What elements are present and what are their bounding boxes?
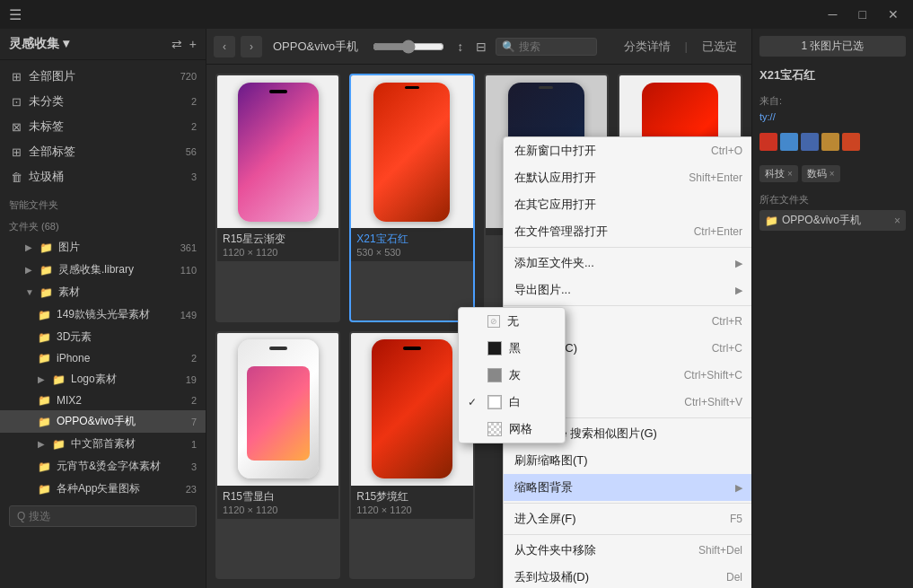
close-button[interactable]: ✕ bbox=[882, 5, 904, 23]
rp-folder-close[interactable]: × bbox=[894, 215, 900, 227]
sidebar-all-tags-label: 全部标签 bbox=[29, 144, 180, 160]
sidebar-item-unclassified[interactable]: ⊡ 未分类 2 bbox=[0, 89, 206, 114]
classify-detail-button[interactable]: 分类详情 bbox=[617, 37, 678, 57]
rp-selected-section: 1 张图片已选 bbox=[759, 36, 906, 57]
color-swatch-orange[interactable] bbox=[821, 133, 839, 151]
sidebar-tree-item-lens[interactable]: 📁 149款镜头光晕素材 149 bbox=[0, 303, 206, 326]
sidebar-unclassified-label: 未分类 bbox=[29, 93, 186, 110]
menu-icon[interactable]: ☰ bbox=[9, 6, 22, 23]
cm-trash[interactable]: 丢到垃圾桶(D) Del bbox=[504, 564, 751, 588]
grid-item-name-x21-red: X21宝石红 bbox=[356, 232, 467, 247]
phone-r15-white-shape bbox=[238, 339, 319, 478]
cm-refresh-thumbnail[interactable]: 刷新缩略图(T) bbox=[504, 447, 751, 474]
cm-separator-2 bbox=[504, 305, 751, 306]
rp-folder-value[interactable]: 📁 OPPO&vivo手机 × bbox=[759, 210, 906, 231]
grid-item-info-r15-white: R15雪显白 1120 × 1120 bbox=[217, 486, 338, 519]
titlebar-right: ─ □ ✕ bbox=[823, 5, 904, 23]
none-icon: ⊘ bbox=[487, 315, 500, 328]
sync-icon[interactable]: ⇄ bbox=[171, 37, 182, 51]
cm-fullscreen[interactable]: 进入全屏(F) F5 bbox=[504, 505, 751, 532]
nav-next-button[interactable]: › bbox=[241, 36, 262, 57]
path-label: OPPO&vivo手机 bbox=[268, 39, 364, 55]
sidebar-tree-item-3d[interactable]: 📁 3D元素 bbox=[0, 326, 206, 348]
sidebar-tree-item-mix2[interactable]: 📁 MIX2 2 bbox=[0, 391, 206, 410]
cm-open-other-app[interactable]: 在其它应用打开 bbox=[504, 191, 751, 218]
maximize-button[interactable]: □ bbox=[854, 5, 872, 23]
minimize-button[interactable]: ─ bbox=[823, 5, 843, 23]
sidebar-item-untagged[interactable]: ⊠ 未标签 2 bbox=[0, 114, 206, 139]
folder-icon-mix2: 📁 bbox=[38, 394, 51, 407]
cm-thumbnail-bg[interactable]: 缩略图背景 ▶ bbox=[504, 474, 751, 501]
sidebar-tree-item-library[interactable]: ▶ 📁 灵感收集.library 110 bbox=[0, 259, 206, 281]
sidebar-all-tags-count: 56 bbox=[186, 146, 197, 157]
folder-icon-library: 📁 bbox=[40, 264, 53, 276]
sidebar-item-all-images[interactable]: ⊞ 全部图片 720 bbox=[0, 64, 206, 89]
sm-item-grid[interactable]: 网格 bbox=[459, 416, 565, 443]
cm-arrow-folder: ▶ bbox=[735, 258, 742, 269]
zoom-slider[interactable] bbox=[373, 39, 444, 54]
sidebar-item-all-tags[interactable]: ⊞ 全部标签 56 bbox=[0, 139, 206, 164]
search-input[interactable] bbox=[519, 40, 591, 53]
sm-item-none[interactable]: ⊘ 无 bbox=[459, 308, 565, 335]
sidebar-tree-item-app-icons[interactable]: 📁 各种App矢量图标 23 bbox=[0, 478, 206, 500]
color-swatches bbox=[759, 133, 906, 151]
selected-button[interactable]: 已选定 bbox=[695, 37, 744, 57]
grid-item-r15-blue[interactable]: R15星云渐变 1120 × 1120 bbox=[215, 74, 340, 322]
grid-item-info-r15-red2: R15梦境红 1120 × 1120 bbox=[351, 486, 472, 519]
tree-arrow-images: ▶ bbox=[25, 242, 36, 252]
main-layout: 灵感收集 ▾ ⇄ + ⊞ 全部图片 720 ⊡ 未分类 2 ⊠ 未标签 2 bbox=[0, 29, 913, 588]
filter-button[interactable]: ⊟ bbox=[472, 39, 490, 54]
grid-item-r15-white[interactable]: R15雪显白 1120 × 1120 bbox=[215, 331, 340, 580]
cm-open-default-app[interactable]: 在默认应用打开 Shift+Enter bbox=[504, 164, 751, 191]
cm-open-new-window[interactable]: 在新窗口中打开 Ctrl+O bbox=[504, 137, 751, 164]
sidebar-title[interactable]: 灵感收集 ▾ bbox=[9, 36, 69, 52]
tree-arrow-material: ▼ bbox=[25, 287, 36, 297]
sort-button[interactable]: ↕ bbox=[453, 39, 467, 54]
color-swatch-blue[interactable] bbox=[780, 133, 798, 151]
cm-separator-5 bbox=[504, 534, 751, 535]
sm-item-black[interactable]: 黑 bbox=[459, 335, 565, 362]
gray-bg-icon bbox=[487, 368, 502, 382]
rp-url-value: ty:// bbox=[759, 111, 906, 122]
sidebar-search-input[interactable] bbox=[9, 505, 197, 527]
sidebar-header-icons: ⇄ + bbox=[171, 37, 197, 51]
grid-item-r15-red2[interactable]: R15梦境红 1120 × 1120 bbox=[349, 331, 474, 580]
rp-tag-digital-close[interactable]: × bbox=[830, 169, 835, 179]
rp-selected-badge: 1 张图片已选 bbox=[759, 36, 906, 57]
rp-tag-tech-close[interactable]: × bbox=[787, 169, 793, 179]
color-swatch-red[interactable] bbox=[759, 133, 777, 151]
cm-export-image[interactable]: 导出图片... ▶ bbox=[504, 276, 751, 303]
sidebar-item-trash[interactable]: 🗑 垃圾桶 3 bbox=[0, 164, 206, 189]
sidebar-tree-item-lantern[interactable]: 📁 元宵节&烫金字体素材 3 bbox=[0, 455, 206, 478]
add-icon[interactable]: + bbox=[189, 37, 197, 51]
phone-r15-blue-shape bbox=[238, 83, 319, 222]
rp-tag-tech[interactable]: 科技 × bbox=[759, 165, 798, 182]
grid-item-x21-red[interactable]: X21宝石红 530 × 530 bbox=[349, 74, 474, 322]
cm-remove-from-folder[interactable]: 从文件夹中移除 Shift+Del bbox=[504, 537, 751, 564]
folder-icon-material: 📁 bbox=[40, 286, 53, 299]
sidebar-tree-item-logo[interactable]: ▶ 📁 Logo素材 19 bbox=[0, 368, 206, 391]
sm-item-white[interactable]: ✓ 白 bbox=[459, 389, 565, 416]
sm-item-gray[interactable]: 灰 bbox=[459, 362, 565, 389]
sidebar-tree-item-material[interactable]: ▼ 📁 素材 bbox=[0, 281, 206, 303]
cm-add-to-folder[interactable]: 添加至文件夹... ▶ bbox=[504, 250, 751, 276]
sidebar-search-area bbox=[0, 500, 206, 532]
cm-separator-4 bbox=[504, 503, 751, 504]
cm-open-file-manager[interactable]: 在文件管理器打开 Ctrl+Enter bbox=[504, 218, 751, 245]
titlebar-left: ☰ bbox=[9, 6, 22, 23]
sidebar-tree-item-oppo[interactable]: 📁 OPPO&vivo手机 7 bbox=[0, 410, 206, 433]
phone-x21-red-shape bbox=[373, 83, 450, 222]
sidebar-tree-item-iphone[interactable]: 📁 iPhone 2 bbox=[0, 348, 206, 368]
sidebar-tree-item-images[interactable]: ▶ 📁 图片 361 bbox=[0, 236, 206, 259]
color-swatch-darkred[interactable] bbox=[842, 133, 860, 151]
cm-separator-1 bbox=[504, 247, 751, 248]
nav-prev-button[interactable]: ‹ bbox=[214, 36, 235, 57]
all-tags-icon: ⊞ bbox=[9, 145, 23, 159]
sidebar-tree-item-chinese[interactable]: ▶ 📁 中文部首素材 1 bbox=[0, 433, 206, 455]
grid-item-info-r15-blue: R15星云渐变 1120 × 1120 bbox=[217, 228, 338, 261]
sidebar-smart-folder-title: 智能文件夹 bbox=[0, 193, 206, 215]
color-swatch-navy[interactable] bbox=[801, 133, 819, 151]
rp-url-section: 来自: ty:// bbox=[759, 94, 906, 122]
zoom-slider-container bbox=[373, 39, 444, 54]
rp-tag-digital[interactable]: 数码 × bbox=[802, 165, 840, 182]
